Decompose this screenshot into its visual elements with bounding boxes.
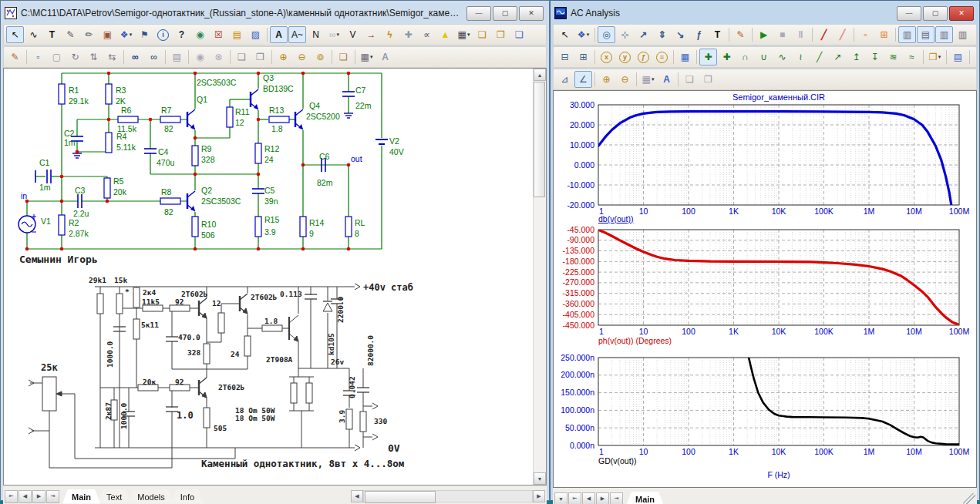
dropdown-arrow-icon[interactable]: ▾ [337, 32, 340, 38]
zoom-y-icon[interactable]: y [616, 49, 634, 66]
show-links-icon[interactable]: ∞▾ [325, 26, 343, 43]
schematic-drawing[interactable]: R129.1kR32KR611.5kR7822SC3503CQ1Q3BD139C… [4, 69, 537, 483]
show-power-icon[interactable]: ϟ [381, 26, 399, 43]
notes-icon[interactable]: ▨ [247, 26, 264, 43]
flag-icon[interactable]: ⚑ [136, 26, 153, 43]
page-icon[interactable]: ❏ [335, 49, 352, 66]
analysis-nav-3-icon[interactable]: ▶ [596, 492, 609, 504]
plot-phase[interactable]: -45.000-90.000-135.000-180.000-225.000-2… [554, 223, 973, 351]
plot-layout-1-icon[interactable]: ▥ [898, 26, 916, 43]
select-arrow-icon[interactable]: ↖ [6, 26, 24, 43]
scrollbar-thumb[interactable] [534, 82, 545, 197]
show-conditions-icon[interactable]: ✚ [399, 26, 417, 43]
show-attributes-icon[interactable]: A [270, 26, 288, 43]
analysis-nav-4-icon[interactable]: ⇥ [610, 492, 623, 504]
high-icon[interactable]: ↥ [847, 49, 865, 66]
shapes-icon[interactable]: ❖▾ [574, 26, 592, 43]
new-page-icon[interactable]: ❏ [473, 26, 491, 43]
zoom-in-icon[interactable]: ⊕ [274, 49, 292, 66]
zoom-fx-icon[interactable]: ƒ [635, 49, 652, 66]
dropdown-arrow-icon[interactable]: ▾ [370, 54, 373, 60]
font-icon[interactable]: A [376, 49, 394, 66]
analysis-nav-0-icon[interactable]: ▼ [554, 492, 567, 504]
zoom-out-icon[interactable]: ⊖ [616, 71, 634, 88]
schematic-nav-2-icon[interactable]: ▶ [32, 490, 45, 503]
find-icon[interactable]: ∞ [126, 49, 144, 66]
slope-icon[interactable]: ╱ [810, 49, 828, 66]
dropdown-arrow-icon[interactable]: ▾ [467, 32, 470, 38]
waveform-label[interactable]: GD(v(out)) [598, 456, 637, 465]
schematic-horizontal-scrollbar[interactable]: ◀ ▶ [351, 490, 545, 503]
close-button[interactable]: ✕ [519, 6, 544, 21]
polygon-mode-icon[interactable]: ✏ [80, 26, 98, 43]
data-points-icon[interactable]: ▫ [857, 26, 874, 43]
warning-icon[interactable]: ▲ [436, 26, 454, 43]
cross-reference-icon[interactable]: ∝ [418, 26, 436, 43]
analysis-plot-area[interactable]: 30.00020.00010.0000.000-10.000-20.000110… [553, 90, 977, 488]
plot-layout-3-icon[interactable]: ▥ [935, 26, 953, 43]
zoom-out-icon[interactable]: ⊖ [293, 49, 311, 66]
properties-icon[interactable]: ✎ [732, 26, 749, 43]
graph-cursor-icon[interactable]: ⊹ [616, 26, 634, 43]
font-icon[interactable]: A [658, 71, 675, 88]
numeric-output-icon[interactable]: ▤ [949, 49, 967, 66]
text-icon[interactable]: T [709, 26, 726, 43]
tab-text[interactable]: Text [97, 489, 131, 504]
component-list-icon[interactable]: ▤ [228, 26, 246, 43]
point-tag-icon[interactable]: ↘ [672, 26, 689, 43]
inflection-icon[interactable]: ↗ [829, 49, 847, 66]
axis-linlog-icon[interactable]: ∠ [574, 71, 592, 88]
plot-gain-db[interactable]: 30.00020.00010.0000.000-10.000-20.000110… [554, 91, 973, 223]
restore-button[interactable]: ▢ [923, 6, 948, 21]
show-voltages-icon[interactable]: V [344, 26, 362, 43]
split-window-icon[interactable]: ❏ [510, 26, 528, 43]
show-currents-icon[interactable]: → [362, 26, 380, 43]
text-mode-icon[interactable]: T [43, 26, 61, 43]
show-text-icon[interactable]: A~ [288, 26, 306, 43]
plot-layout-4-icon[interactable]: ▥ [954, 26, 972, 43]
scroll-up-icon[interactable]: ▲ [534, 69, 546, 81]
waveform-label[interactable]: db(v(out)) [598, 214, 634, 223]
axis-scale-icon[interactable]: ⊿ [556, 71, 574, 88]
flip-vertical-icon[interactable]: ⇅ [85, 49, 103, 66]
bottom-icon[interactable]: ∪ [755, 49, 773, 66]
dc-op-slope-icon[interactable]: ╱ [834, 26, 851, 43]
info-icon[interactable]: i [154, 26, 172, 43]
region-icon[interactable]: ▢ [48, 49, 66, 66]
envelope-bottom-icon[interactable]: ≈ [903, 49, 921, 66]
show-node-numbers-icon[interactable]: N [307, 26, 325, 43]
change-log-icon[interactable]: ▤ [168, 49, 186, 66]
select-area-icon[interactable]: ▫ [29, 49, 47, 66]
find-next-icon[interactable]: ∞ [145, 49, 163, 66]
to-front-icon[interactable]: ❏ [233, 49, 251, 66]
shapes-icon[interactable]: ❖▾ [117, 26, 135, 43]
scroll-left-icon[interactable]: ◀ [351, 490, 363, 502]
animate-slope-icon[interactable]: ╱ [815, 26, 833, 43]
cancel-icon[interactable]: ⊗ [210, 49, 227, 66]
top-icon[interactable]: ∩ [736, 49, 754, 66]
run-icon[interactable]: ▶ [755, 26, 773, 43]
select-arrow-icon[interactable]: ↖ [556, 26, 574, 43]
plot-group-delay[interactable]: 250.000n200.000n150.000n100.000n50.000n0… [554, 351, 973, 487]
tile-icon[interactable]: ▦▾ [358, 49, 375, 66]
zoom-same-icon[interactable]: ≡ [653, 49, 671, 66]
schematic-nav-3-icon[interactable]: ⇥ [46, 490, 59, 503]
dropdown-arrow-icon[interactable]: ▾ [130, 32, 133, 38]
stop-icon[interactable]: ■ [773, 26, 791, 43]
browse-web-icon[interactable]: ◉ [191, 26, 209, 43]
zoom-x-icon[interactable]: x [598, 49, 615, 66]
analysis-nav-1-icon[interactable]: ⇤ [568, 492, 581, 504]
zoom-in-icon[interactable]: ⊕ [598, 71, 615, 88]
scroll-right-icon[interactable]: ▶ [533, 490, 545, 502]
tab-models[interactable]: Models [128, 489, 173, 504]
dropdown-arrow-icon[interactable]: ▾ [587, 32, 590, 38]
check-model-icon[interactable]: ☒ [210, 26, 227, 43]
schematic-nav-1-icon[interactable]: ◀ [19, 490, 32, 503]
dropdown-arrow-icon[interactable]: ▾ [652, 76, 655, 82]
help-icon[interactable]: ? [173, 26, 190, 43]
ruler-icon[interactable]: ⊞ [875, 26, 893, 43]
resize-grip[interactable] [963, 493, 975, 504]
rotate-icon[interactable]: ↻ [66, 49, 84, 66]
tab-main[interactable]: Main [626, 492, 664, 504]
zoom-window-icon[interactable]: ◎ [598, 26, 615, 43]
